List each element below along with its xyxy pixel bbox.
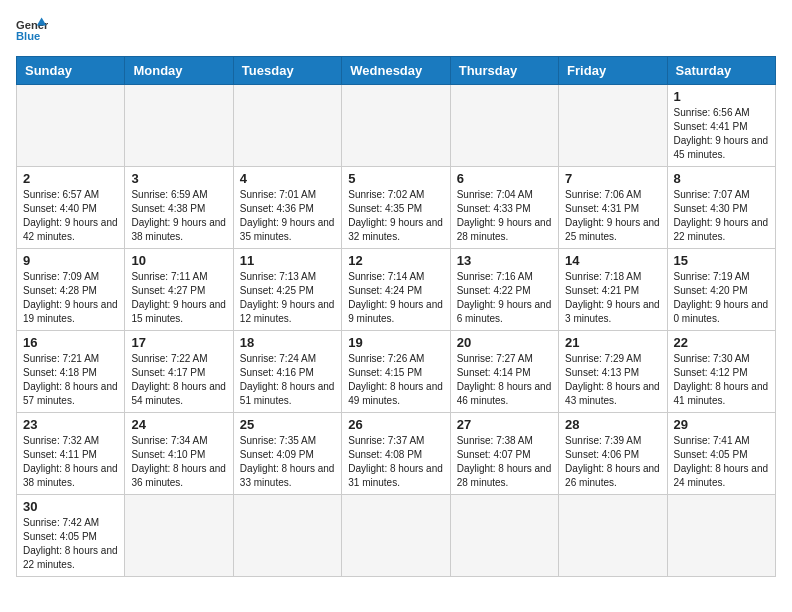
day-info: Sunrise: 6:59 AM Sunset: 4:38 PM Dayligh…: [131, 188, 226, 244]
calendar-cell: 25Sunrise: 7:35 AM Sunset: 4:09 PM Dayli…: [233, 413, 341, 495]
calendar-cell: 13Sunrise: 7:16 AM Sunset: 4:22 PM Dayli…: [450, 249, 558, 331]
calendar-cell: [233, 495, 341, 577]
day-number: 29: [674, 417, 769, 432]
day-number: 1: [674, 89, 769, 104]
day-number: 8: [674, 171, 769, 186]
calendar-cell: 10Sunrise: 7:11 AM Sunset: 4:27 PM Dayli…: [125, 249, 233, 331]
calendar-cell: 8Sunrise: 7:07 AM Sunset: 4:30 PM Daylig…: [667, 167, 775, 249]
day-info: Sunrise: 7:30 AM Sunset: 4:12 PM Dayligh…: [674, 352, 769, 408]
calendar-cell: 26Sunrise: 7:37 AM Sunset: 4:08 PM Dayli…: [342, 413, 450, 495]
calendar-cell: 23Sunrise: 7:32 AM Sunset: 4:11 PM Dayli…: [17, 413, 125, 495]
calendar-cell: 18Sunrise: 7:24 AM Sunset: 4:16 PM Dayli…: [233, 331, 341, 413]
calendar-cell: 11Sunrise: 7:13 AM Sunset: 4:25 PM Dayli…: [233, 249, 341, 331]
calendar-week-4: 16Sunrise: 7:21 AM Sunset: 4:18 PM Dayli…: [17, 331, 776, 413]
weekday-header-sunday: Sunday: [17, 57, 125, 85]
day-info: Sunrise: 7:24 AM Sunset: 4:16 PM Dayligh…: [240, 352, 335, 408]
day-info: Sunrise: 7:38 AM Sunset: 4:07 PM Dayligh…: [457, 434, 552, 490]
calendar-cell: [342, 495, 450, 577]
calendar-cell: 4Sunrise: 7:01 AM Sunset: 4:36 PM Daylig…: [233, 167, 341, 249]
day-number: 7: [565, 171, 660, 186]
day-number: 21: [565, 335, 660, 350]
calendar-cell: 21Sunrise: 7:29 AM Sunset: 4:13 PM Dayli…: [559, 331, 667, 413]
day-info: Sunrise: 7:04 AM Sunset: 4:33 PM Dayligh…: [457, 188, 552, 244]
day-info: Sunrise: 7:26 AM Sunset: 4:15 PM Dayligh…: [348, 352, 443, 408]
calendar-cell: 16Sunrise: 7:21 AM Sunset: 4:18 PM Dayli…: [17, 331, 125, 413]
day-info: Sunrise: 7:22 AM Sunset: 4:17 PM Dayligh…: [131, 352, 226, 408]
day-number: 20: [457, 335, 552, 350]
day-info: Sunrise: 7:42 AM Sunset: 4:05 PM Dayligh…: [23, 516, 118, 572]
calendar-cell: [125, 85, 233, 167]
calendar-cell: 17Sunrise: 7:22 AM Sunset: 4:17 PM Dayli…: [125, 331, 233, 413]
day-number: 9: [23, 253, 118, 268]
calendar-cell: 29Sunrise: 7:41 AM Sunset: 4:05 PM Dayli…: [667, 413, 775, 495]
day-info: Sunrise: 7:27 AM Sunset: 4:14 PM Dayligh…: [457, 352, 552, 408]
calendar-cell: 1Sunrise: 6:56 AM Sunset: 4:41 PM Daylig…: [667, 85, 775, 167]
logo: General Blue: [16, 16, 48, 44]
calendar-cell: [125, 495, 233, 577]
day-info: Sunrise: 7:21 AM Sunset: 4:18 PM Dayligh…: [23, 352, 118, 408]
calendar-cell: 9Sunrise: 7:09 AM Sunset: 4:28 PM Daylig…: [17, 249, 125, 331]
day-info: Sunrise: 7:01 AM Sunset: 4:36 PM Dayligh…: [240, 188, 335, 244]
weekday-header-saturday: Saturday: [667, 57, 775, 85]
day-info: Sunrise: 7:16 AM Sunset: 4:22 PM Dayligh…: [457, 270, 552, 326]
calendar-cell: 2Sunrise: 6:57 AM Sunset: 4:40 PM Daylig…: [17, 167, 125, 249]
day-info: Sunrise: 7:32 AM Sunset: 4:11 PM Dayligh…: [23, 434, 118, 490]
calendar-cell: 19Sunrise: 7:26 AM Sunset: 4:15 PM Dayli…: [342, 331, 450, 413]
day-number: 11: [240, 253, 335, 268]
day-number: 26: [348, 417, 443, 432]
calendar-cell: 27Sunrise: 7:38 AM Sunset: 4:07 PM Dayli…: [450, 413, 558, 495]
day-number: 17: [131, 335, 226, 350]
calendar-cell: 24Sunrise: 7:34 AM Sunset: 4:10 PM Dayli…: [125, 413, 233, 495]
day-number: 4: [240, 171, 335, 186]
day-info: Sunrise: 6:56 AM Sunset: 4:41 PM Dayligh…: [674, 106, 769, 162]
calendar-cell: 20Sunrise: 7:27 AM Sunset: 4:14 PM Dayli…: [450, 331, 558, 413]
day-info: Sunrise: 7:35 AM Sunset: 4:09 PM Dayligh…: [240, 434, 335, 490]
weekday-header-row: SundayMondayTuesdayWednesdayThursdayFrid…: [17, 57, 776, 85]
calendar-cell: [450, 85, 558, 167]
day-number: 23: [23, 417, 118, 432]
calendar-cell: 6Sunrise: 7:04 AM Sunset: 4:33 PM Daylig…: [450, 167, 558, 249]
day-number: 24: [131, 417, 226, 432]
weekday-header-friday: Friday: [559, 57, 667, 85]
calendar-cell: [233, 85, 341, 167]
day-number: 16: [23, 335, 118, 350]
calendar-cell: 15Sunrise: 7:19 AM Sunset: 4:20 PM Dayli…: [667, 249, 775, 331]
day-info: Sunrise: 7:06 AM Sunset: 4:31 PM Dayligh…: [565, 188, 660, 244]
calendar-cell: 12Sunrise: 7:14 AM Sunset: 4:24 PM Dayli…: [342, 249, 450, 331]
calendar-cell: 7Sunrise: 7:06 AM Sunset: 4:31 PM Daylig…: [559, 167, 667, 249]
calendar-cell: 14Sunrise: 7:18 AM Sunset: 4:21 PM Dayli…: [559, 249, 667, 331]
day-info: Sunrise: 7:41 AM Sunset: 4:05 PM Dayligh…: [674, 434, 769, 490]
calendar-cell: 22Sunrise: 7:30 AM Sunset: 4:12 PM Dayli…: [667, 331, 775, 413]
day-number: 19: [348, 335, 443, 350]
svg-text:Blue: Blue: [16, 30, 40, 42]
day-info: Sunrise: 7:34 AM Sunset: 4:10 PM Dayligh…: [131, 434, 226, 490]
day-number: 10: [131, 253, 226, 268]
day-info: Sunrise: 6:57 AM Sunset: 4:40 PM Dayligh…: [23, 188, 118, 244]
day-info: Sunrise: 7:18 AM Sunset: 4:21 PM Dayligh…: [565, 270, 660, 326]
day-number: 15: [674, 253, 769, 268]
day-number: 28: [565, 417, 660, 432]
calendar-cell: [559, 495, 667, 577]
calendar-cell: 5Sunrise: 7:02 AM Sunset: 4:35 PM Daylig…: [342, 167, 450, 249]
day-info: Sunrise: 7:37 AM Sunset: 4:08 PM Dayligh…: [348, 434, 443, 490]
day-info: Sunrise: 7:13 AM Sunset: 4:25 PM Dayligh…: [240, 270, 335, 326]
day-info: Sunrise: 7:11 AM Sunset: 4:27 PM Dayligh…: [131, 270, 226, 326]
day-info: Sunrise: 7:29 AM Sunset: 4:13 PM Dayligh…: [565, 352, 660, 408]
calendar-week-2: 2Sunrise: 6:57 AM Sunset: 4:40 PM Daylig…: [17, 167, 776, 249]
calendar-cell: [17, 85, 125, 167]
page-header: General Blue: [16, 16, 776, 44]
day-number: 6: [457, 171, 552, 186]
day-number: 25: [240, 417, 335, 432]
day-number: 27: [457, 417, 552, 432]
calendar-week-1: 1Sunrise: 6:56 AM Sunset: 4:41 PM Daylig…: [17, 85, 776, 167]
day-number: 30: [23, 499, 118, 514]
calendar-week-5: 23Sunrise: 7:32 AM Sunset: 4:11 PM Dayli…: [17, 413, 776, 495]
day-number: 3: [131, 171, 226, 186]
calendar-cell: [450, 495, 558, 577]
weekday-header-thursday: Thursday: [450, 57, 558, 85]
day-number: 12: [348, 253, 443, 268]
day-number: 18: [240, 335, 335, 350]
calendar-week-3: 9Sunrise: 7:09 AM Sunset: 4:28 PM Daylig…: [17, 249, 776, 331]
logo-icon: General Blue: [16, 16, 48, 44]
day-number: 13: [457, 253, 552, 268]
